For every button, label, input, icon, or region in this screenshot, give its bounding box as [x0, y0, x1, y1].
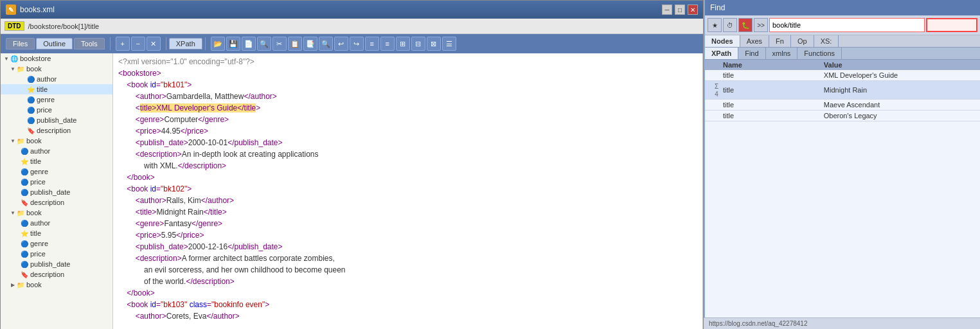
- find-axes-tab[interactable]: Axes: [740, 35, 769, 47]
- tree-item-author-2[interactable]: 🔵 author: [1, 146, 112, 156]
- tree-item-title-3[interactable]: ⭐ title: [1, 228, 112, 238]
- xml-panel[interactable]: <?xml version="1.0" encoding="utf-8"?> <…: [113, 53, 703, 329]
- find-title: Find: [705, 0, 980, 15]
- tab-tools[interactable]: Tools: [74, 38, 105, 49]
- tool-btn-10[interactable]: ⊟: [411, 37, 425, 51]
- tool-btn-5[interactable]: ↩: [334, 37, 348, 51]
- arrow-bookstore[interactable]: ▼: [3, 55, 10, 62]
- tool-btn-6[interactable]: ↪: [350, 37, 364, 51]
- tool-btn-11[interactable]: ⊠: [427, 37, 441, 51]
- tab-files[interactable]: Files: [6, 38, 35, 49]
- find-results: title XML Developer's Guide Σ 4 title Mi…: [705, 70, 980, 329]
- field-icon-g3: 🔵: [20, 239, 29, 248]
- xml-line-16: <price>5.95</price>: [118, 229, 697, 241]
- tree-item-publishdate-1[interactable]: 🔵 publish_date: [1, 115, 112, 125]
- find-btn-bug[interactable]: 🐛: [738, 18, 753, 32]
- result-row-3[interactable]: title Oberon's Legacy: [705, 111, 980, 121]
- xml-line-23: <author>Corets, Eva</author>: [118, 310, 697, 322]
- tree-item-genre-1[interactable]: 🔵 genre: [1, 94, 112, 105]
- tab-xpath[interactable]: XPath: [169, 38, 202, 49]
- find-xpath-tab[interactable]: XPath: [705, 48, 738, 59]
- main-area: ▼ 🌐 bookstore ▼ 📁 book 🔵 author ⭐: [1, 53, 703, 329]
- find-xmlns-tab[interactable]: xmlns: [766, 48, 798, 59]
- tree-item-price-3[interactable]: 🔵 price: [1, 249, 112, 259]
- maximize-button[interactable]: □: [675, 4, 685, 15]
- result-row-0[interactable]: title XML Developer's Guide: [705, 70, 980, 81]
- find-btn-star[interactable]: ★: [708, 18, 722, 32]
- tree-item-price-2[interactable]: 🔵 price: [1, 177, 112, 187]
- tree-item-book-1[interactable]: ▼ 📁 book: [1, 64, 112, 74]
- new-button[interactable]: 📄: [242, 37, 256, 51]
- arrow-book2[interactable]: ▼: [10, 138, 16, 144]
- tree-item-book-3[interactable]: ▼ 📁 book: [1, 208, 112, 218]
- tree-item-price-1[interactable]: 🔵 price: [1, 105, 112, 115]
- save-button[interactable]: 💾: [226, 37, 240, 51]
- tab-outline[interactable]: Outline: [36, 38, 73, 49]
- xml-line-2: <bookstore>: [118, 67, 697, 79]
- arrow-book4[interactable]: ▶: [10, 281, 16, 288]
- result-val-1: Midnight Rain: [824, 86, 975, 94]
- tree-item-description-3[interactable]: 🔖 description: [1, 269, 112, 280]
- minus-button[interactable]: −: [131, 37, 145, 51]
- field-icon-g1: 🔵: [26, 95, 35, 104]
- tool-btn-4[interactable]: 🔍: [319, 37, 333, 51]
- tree-item-genre-3[interactable]: 🔵 genre: [1, 238, 112, 249]
- find-nodes-tab[interactable]: Nodes: [705, 35, 740, 47]
- field-icon-g2: 🔵: [20, 167, 29, 176]
- find-fn-tab[interactable]: Fn: [769, 35, 791, 47]
- browse-button[interactable]: 🔍: [257, 37, 271, 51]
- toolbar: Files Outline Tools + − ✕ XPath 📂 💾 📄 🔍 …: [1, 34, 703, 53]
- close-button[interactable]: ✕: [688, 4, 698, 15]
- find-find-tab[interactable]: Find: [738, 48, 765, 59]
- close-tab-button[interactable]: ✕: [147, 37, 161, 51]
- tree-item-publishdate-2[interactable]: 🔵 publish_date: [1, 187, 112, 197]
- plus-button[interactable]: +: [116, 37, 130, 51]
- field-icon-a3: 🔵: [20, 218, 29, 227]
- result-row-1[interactable]: Σ 4 title Midnight Rain: [705, 81, 980, 100]
- tool-btn-3[interactable]: 📑: [303, 37, 317, 51]
- book2-label: book: [26, 137, 42, 145]
- find-op-tab[interactable]: Op: [791, 35, 814, 47]
- find-xs-tab[interactable]: XS:: [814, 35, 839, 47]
- find-btn-clock[interactable]: ⏱: [723, 18, 737, 32]
- sigma-cell-1: Σ 4: [710, 82, 723, 98]
- tool-btn-12[interactable]: ☰: [442, 37, 456, 51]
- minimize-button[interactable]: ─: [662, 4, 672, 15]
- tool-btn-9[interactable]: ⊞: [396, 37, 410, 51]
- result-val-2: Maeve Ascendant: [824, 101, 975, 109]
- tree-item-description-2[interactable]: 🔖 description: [1, 197, 112, 208]
- app-icon: ✎: [6, 4, 16, 15]
- xml-line-20: of the world.</description>: [118, 276, 697, 287]
- tree-item-author-3[interactable]: 🔵 author: [1, 218, 112, 228]
- btn-section-1: + − ✕: [113, 37, 163, 51]
- find-search-input[interactable]: [769, 18, 925, 32]
- open-button[interactable]: 📂: [211, 37, 225, 51]
- bookmark-icon-d3: 🔖: [20, 270, 29, 279]
- title3-label: title: [30, 229, 41, 237]
- bookmark-icon-d2: 🔖: [20, 198, 29, 207]
- title2-label: title: [30, 157, 41, 165]
- find-functions-tab[interactable]: Functions: [797, 48, 842, 59]
- tree-item-title-2[interactable]: ⭐ title: [1, 156, 112, 166]
- tree-item-description-1[interactable]: 🔖 description: [1, 125, 112, 136]
- xml-line-7: <price>44.95</price>: [118, 125, 697, 137]
- arrow-book1[interactable]: ▼: [10, 66, 16, 72]
- tree-item-bookstore[interactable]: ▼ 🌐 bookstore: [1, 53, 112, 64]
- tree-item-publishdate-3[interactable]: 🔵 publish_date: [1, 259, 112, 269]
- tool-btn-8[interactable]: ≡: [380, 37, 395, 51]
- tree-item-genre-2[interactable]: 🔵 genre: [1, 166, 112, 177]
- author2-label: author: [30, 147, 50, 155]
- arrow-book3[interactable]: ▼: [10, 209, 16, 216]
- tool-btn-7[interactable]: ≡: [365, 37, 379, 51]
- sigma-header: [710, 61, 723, 69]
- tool-btn-1[interactable]: ✂: [272, 37, 287, 51]
- tool-btn-2[interactable]: 📋: [288, 37, 302, 51]
- find-btn-arrow[interactable]: >>: [754, 18, 768, 32]
- tree-item-title-1[interactable]: ⭐ title: [1, 84, 112, 94]
- star-icon-t1: ⭐: [26, 85, 35, 94]
- tree-item-book-2[interactable]: ▼ 📁 book: [1, 136, 112, 146]
- tree-item-author-1[interactable]: 🔵 author: [1, 74, 112, 84]
- find-second-input[interactable]: [926, 18, 977, 32]
- result-row-2[interactable]: title Maeve Ascendant: [705, 100, 980, 111]
- tree-item-book-4[interactable]: ▶ 📁 book: [1, 280, 112, 290]
